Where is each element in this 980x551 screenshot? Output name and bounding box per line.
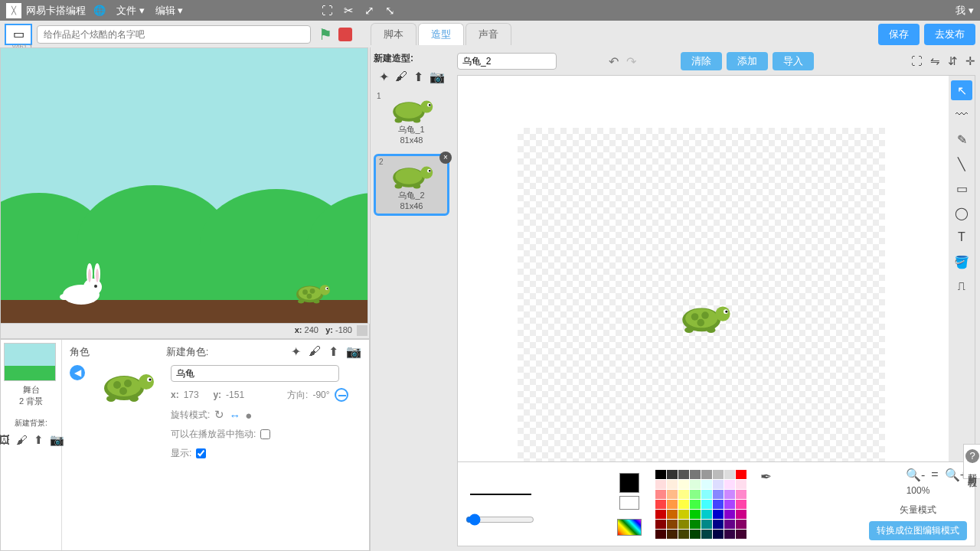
costume-item-2[interactable]: 2 × 乌龟_2 81x46 (374, 154, 449, 216)
palette-swatch[interactable] (690, 470, 701, 479)
palette-swatch[interactable] (724, 470, 735, 479)
zoom-reset-icon[interactable]: = (931, 468, 938, 482)
ellipse-tool-icon[interactable]: ◯ (951, 203, 972, 223)
palette-swatch[interactable] (655, 470, 666, 479)
palette-swatch[interactable] (690, 500, 701, 509)
palette-swatch[interactable] (678, 530, 689, 539)
palette-swatch[interactable] (678, 510, 689, 519)
zoom-out-icon[interactable]: 🔍- (906, 468, 925, 482)
palette-swatch[interactable] (713, 510, 724, 519)
project-title-input[interactable] (37, 25, 311, 44)
cut-icon[interactable]: ✂ (344, 4, 354, 18)
text-tool-icon[interactable]: T (951, 227, 972, 247)
palette-swatch[interactable] (655, 500, 666, 509)
me-menu[interactable]: 我 ▾ (956, 4, 974, 18)
redo-icon[interactable]: ↷ (626, 54, 636, 69)
primary-color-swatch[interactable] (619, 473, 639, 493)
palette-swatch[interactable] (713, 480, 724, 489)
tab-costumes[interactable]: 造型 (418, 23, 464, 45)
palette-swatch[interactable] (667, 510, 678, 519)
palette-swatch[interactable] (713, 530, 724, 539)
sprite-upload-icon[interactable]: ⬆ (328, 344, 338, 359)
palette-swatch[interactable] (678, 480, 689, 489)
convert-mode-button[interactable]: 转换成位图编辑模式 (869, 521, 967, 540)
rect-tool-icon[interactable]: ▭ (951, 178, 972, 198)
palette-swatch[interactable] (724, 530, 735, 539)
tab-scripts[interactable]: 脚本 (371, 23, 416, 45)
grow-icon[interactable]: ⤢ (364, 4, 374, 18)
palette-swatch[interactable] (736, 510, 746, 519)
center-icon[interactable]: ✛ (965, 54, 975, 68)
costume-paint-icon[interactable]: 🖌 (395, 70, 407, 84)
paint-canvas[interactable] (458, 76, 949, 461)
sprite-name-input[interactable] (171, 365, 339, 382)
flip-h-icon[interactable]: ⇋ (930, 54, 940, 68)
palette-swatch[interactable] (701, 480, 712, 489)
palette-swatch[interactable] (690, 510, 701, 519)
stage-turtle-sprite[interactable] (292, 279, 333, 305)
stage-area[interactable] (0, 47, 368, 324)
secondary-color-swatch[interactable] (619, 496, 639, 510)
eyedropper-icon[interactable]: ✒ (760, 468, 772, 485)
palette-swatch[interactable] (724, 510, 735, 519)
palette-swatch[interactable] (736, 480, 746, 489)
palette-swatch[interactable] (678, 520, 689, 529)
palette-swatch[interactable] (736, 500, 746, 509)
color-palette[interactable] (655, 470, 746, 539)
palette-swatch[interactable] (667, 470, 678, 479)
direction-dial-icon[interactable] (335, 388, 348, 402)
palette-swatch[interactable] (655, 520, 666, 529)
fill-tool-icon[interactable]: 🪣 (951, 252, 972, 272)
palette-swatch[interactable] (713, 490, 724, 499)
save-button[interactable]: 保存 (878, 24, 920, 45)
select-tool-icon[interactable]: ↖ (951, 80, 972, 100)
palette-swatch[interactable] (724, 500, 735, 509)
stage-mode-icon[interactable]: ▭ (5, 24, 32, 45)
palette-swatch[interactable] (724, 480, 735, 489)
clear-button[interactable]: 清除 (681, 52, 722, 70)
stop-icon[interactable] (338, 28, 352, 41)
publish-button[interactable]: 去发布 (924, 24, 975, 45)
flip-v-icon[interactable]: ⇵ (948, 54, 958, 68)
palette-swatch[interactable] (678, 470, 689, 479)
palette-swatch[interactable] (667, 520, 678, 529)
palette-swatch[interactable] (701, 470, 712, 479)
palette-swatch[interactable] (655, 480, 666, 489)
palette-swatch[interactable] (701, 490, 712, 499)
rotate-all-icon[interactable]: ↻ (214, 408, 224, 422)
rotate-none-icon[interactable]: ● (245, 409, 252, 422)
undo-icon[interactable]: ↶ (609, 54, 619, 69)
palette-swatch[interactable] (701, 500, 712, 509)
palette-swatch[interactable] (655, 510, 666, 519)
palette-swatch[interactable] (690, 490, 701, 499)
palette-swatch[interactable] (736, 520, 746, 529)
visible-checkbox[interactable] (196, 448, 206, 458)
costume-library-icon[interactable]: ✦ (379, 70, 389, 84)
palette-swatch[interactable] (736, 530, 746, 539)
draggable-checkbox[interactable] (260, 429, 270, 439)
globe-icon[interactable]: 🌐 (93, 5, 106, 16)
library-icon[interactable]: 🖼 (0, 433, 10, 447)
stroke-width-slider[interactable] (466, 514, 534, 526)
add-button[interactable]: 添加 (727, 52, 768, 70)
color-picker-icon[interactable] (617, 519, 642, 536)
stamp-icon[interactable]: ⛶ (322, 4, 333, 18)
pencil-tool-icon[interactable]: ✎ (951, 129, 972, 149)
palette-swatch[interactable] (690, 530, 701, 539)
palette-swatch[interactable] (736, 470, 746, 479)
stage-rabbit-sprite[interactable] (54, 260, 108, 308)
palette-swatch[interactable] (713, 470, 724, 479)
green-flag-icon[interactable]: ⚑ (318, 25, 332, 44)
costume-name-input[interactable] (457, 53, 557, 70)
import-button[interactable]: 导入 (773, 52, 814, 70)
shrink-icon[interactable]: ⤡ (385, 4, 395, 18)
collapse-icon[interactable]: ◀ (70, 365, 85, 380)
palette-swatch[interactable] (678, 500, 689, 509)
file-menu[interactable]: 文件 ▾ (116, 4, 145, 18)
palette-swatch[interactable] (667, 480, 678, 489)
palette-swatch[interactable] (724, 520, 735, 529)
palette-swatch[interactable] (724, 490, 735, 499)
crop-icon[interactable]: ⛶ (911, 54, 923, 68)
stage-thumbnail[interactable] (4, 343, 56, 381)
palette-swatch[interactable] (667, 500, 678, 509)
